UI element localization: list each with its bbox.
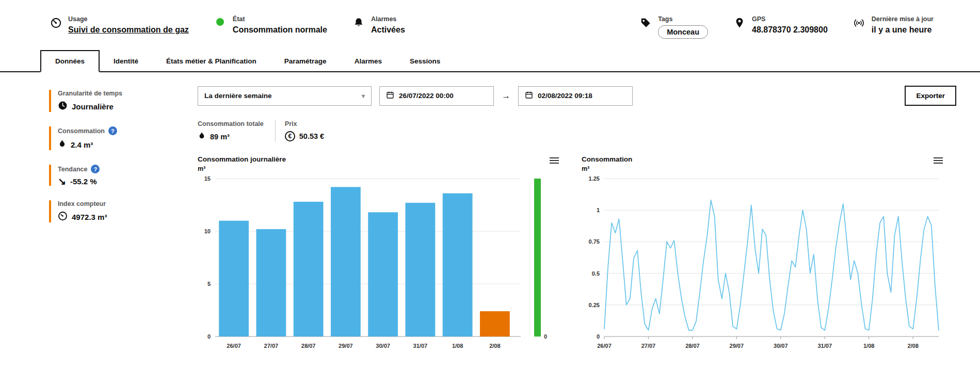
tag-chip: Monceau xyxy=(658,25,708,39)
svg-text:28/07: 28/07 xyxy=(685,343,700,349)
date-to-input[interactable]: 02/08/2022 09:18 xyxy=(518,86,633,106)
last-update-label: Dernière mise à jour xyxy=(872,15,934,23)
svg-text:0.25: 0.25 xyxy=(589,302,600,308)
price-block: Prix € 50.53 € xyxy=(275,120,335,142)
period-select-value: La dernière semaine xyxy=(204,92,272,100)
tendance-value: -55.2 % xyxy=(70,177,97,186)
header-usage: Usage Suivi de consommation de gaz xyxy=(49,15,189,35)
svg-text:0.5: 0.5 xyxy=(592,270,600,277)
svg-text:28/07: 28/07 xyxy=(301,343,316,349)
tag-icon xyxy=(639,15,652,28)
total-consumption-block: Consommation totale 89 m³ xyxy=(198,120,275,142)
usage-link[interactable]: Suivi de consommation de gaz xyxy=(68,25,189,35)
stat-tendance: Tendance ? ↘ -55.2 % xyxy=(49,165,198,186)
usage-label: Usage xyxy=(68,15,189,23)
svg-text:1/08: 1/08 xyxy=(452,343,463,349)
total-consumption-value: 89 m³ xyxy=(210,133,230,141)
gps-label: GPS xyxy=(752,15,828,23)
price-value: 50.53 € xyxy=(299,132,324,140)
svg-text:29/07: 29/07 xyxy=(339,343,353,349)
arrow-right-icon: → xyxy=(502,91,510,101)
svg-text:0.75: 0.75 xyxy=(589,238,600,245)
svg-text:31/07: 31/07 xyxy=(817,343,832,349)
header-alarmes: Alarmes Activées xyxy=(352,15,405,35)
stat-consommation: Consommation ? 2.4 m³ xyxy=(49,126,198,150)
period-select[interactable]: La dernière semaine ▾ xyxy=(198,86,372,106)
header-last-update: Dernière mise à jour il y a une heure xyxy=(853,15,934,35)
flame-icon xyxy=(58,139,67,150)
line-chart-unit: m³ xyxy=(582,165,632,172)
svg-text:1: 1 xyxy=(597,207,600,213)
euro-icon: € xyxy=(285,131,295,141)
calendar-icon xyxy=(386,91,394,101)
svg-text:26/07: 26/07 xyxy=(597,343,612,349)
line-chart-canvas: 00.250.50.7511.2526/0727/0728/0729/0730/… xyxy=(582,172,943,353)
last-update-value: il y a une heure xyxy=(872,25,934,35)
etat-value: Consommation normale xyxy=(233,25,327,35)
content: Granularité de temps Journalière Consomm… xyxy=(0,72,980,355)
total-consumption-label: Consommation totale xyxy=(198,120,264,127)
svg-text:31/07: 31/07 xyxy=(413,343,428,349)
broadcast-icon xyxy=(853,15,866,29)
totals-row: Consommation totale 89 m³ Prix € 50.53 € xyxy=(198,120,956,142)
svg-text:27/07: 27/07 xyxy=(641,343,656,349)
tab-identite[interactable]: Identité xyxy=(100,51,152,71)
line-chart-title: Consommation xyxy=(582,155,632,163)
tendance-label: Tendance xyxy=(58,166,87,173)
svg-text:2/08: 2/08 xyxy=(489,343,500,349)
flame-icon xyxy=(198,131,206,142)
svg-text:1/08: 1/08 xyxy=(863,343,874,349)
charts-row: Consommation journalière m³ 05101526/072… xyxy=(198,155,956,355)
bar-chart-canvas: 05101526/0727/0728/0729/0730/0731/071/08… xyxy=(198,172,559,353)
tags-label: Tags xyxy=(658,15,708,23)
chart-menu-icon[interactable] xyxy=(550,155,559,164)
bar-chart-unit: m³ xyxy=(198,165,286,172)
date-from-input[interactable]: 26/07/2022 00:00 xyxy=(379,86,494,106)
map-pin-icon xyxy=(733,15,746,28)
chart-menu-icon[interactable] xyxy=(934,155,943,164)
consumption-line-chart: Consommation m³ 00.250.50.7511.2526/0727… xyxy=(582,155,943,355)
granularite-label: Granularité de temps xyxy=(58,90,122,97)
svg-text:2/08: 2/08 xyxy=(907,343,918,349)
svg-text:30/07: 30/07 xyxy=(376,343,390,349)
filter-row: La dernière semaine ▾ 26/07/2022 00:00 →… xyxy=(198,86,956,106)
consommation-label: Consommation xyxy=(58,127,105,135)
sidebar: Granularité de temps Journalière Consomm… xyxy=(49,86,198,355)
date-from-value: 26/07/2022 00:00 xyxy=(399,92,454,100)
bar-chart-title: Consommation journalière xyxy=(198,155,286,163)
index-compteur-value: 4972.3 m³ xyxy=(72,213,107,221)
svg-text:15: 15 xyxy=(204,175,211,182)
etat-label: État xyxy=(233,15,327,23)
header: Usage Suivi de consommation de gaz État … xyxy=(0,0,980,50)
help-icon[interactable]: ? xyxy=(108,126,117,135)
svg-text:1.25: 1.25 xyxy=(589,175,600,182)
tab-etats-metier-planification[interactable]: États métier & Planification xyxy=(152,51,270,71)
help-icon[interactable]: ? xyxy=(91,165,100,173)
gps-value: 48.878370 2.309800 xyxy=(752,25,828,35)
index-compteur-label: Index compteur xyxy=(58,200,106,207)
consommation-value: 2.4 m³ xyxy=(71,140,93,149)
svg-text:0: 0 xyxy=(207,333,211,340)
svg-text:29/07: 29/07 xyxy=(730,343,744,349)
svg-text:0: 0 xyxy=(597,333,600,340)
bell-icon xyxy=(352,15,365,28)
price-label: Prix xyxy=(285,120,324,127)
gauge-icon xyxy=(49,15,62,29)
svg-text:0: 0 xyxy=(544,333,547,340)
tab-donnees[interactable]: Données xyxy=(40,50,100,72)
header-gps: GPS 48.878370 2.309800 xyxy=(733,15,828,35)
tab-alarmes[interactable]: Alarmes xyxy=(341,51,396,71)
header-etat: État Consommation normale xyxy=(214,15,327,35)
granularite-value: Journalière xyxy=(72,102,114,111)
daily-consumption-chart: Consommation journalière m³ 05101526/072… xyxy=(198,155,559,355)
alarmes-label: Alarmes xyxy=(371,15,405,23)
svg-text:30/07: 30/07 xyxy=(774,343,788,349)
tab-bar: Données Identité États métier & Planific… xyxy=(0,50,980,72)
alarmes-value: Activées xyxy=(371,25,405,35)
calendar-icon xyxy=(525,91,533,101)
svg-text:26/07: 26/07 xyxy=(227,343,241,349)
export-button[interactable]: Exporter xyxy=(905,86,956,106)
status-dot-icon xyxy=(214,15,227,26)
tab-parametrage[interactable]: Paramétrage xyxy=(270,51,341,71)
tab-sessions[interactable]: Sessions xyxy=(396,51,454,71)
